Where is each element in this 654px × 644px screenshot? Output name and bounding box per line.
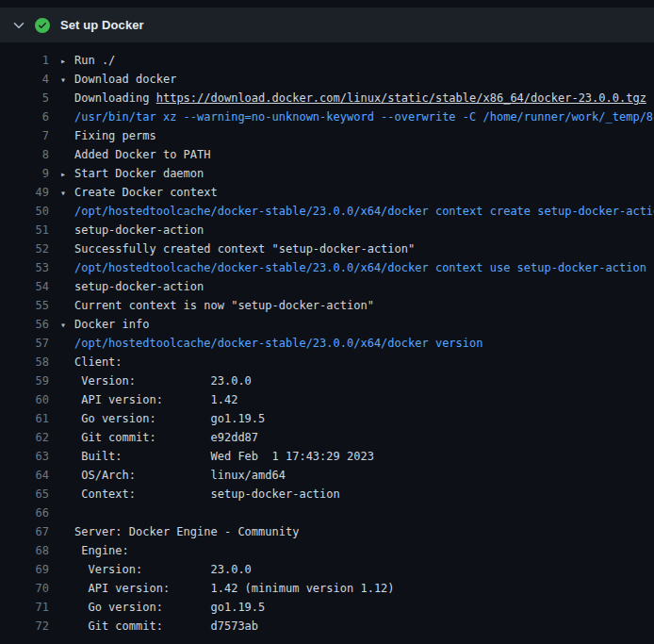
log-text: Create Docker context	[74, 186, 218, 199]
log-text: API version: 1.42 (minimum version 1.12)	[74, 582, 395, 595]
line-number[interactable]: 52	[0, 239, 49, 258]
arrow-spacer	[60, 354, 74, 372]
log-line: 65 Context: setup-docker-action	[0, 485, 654, 504]
line-content: setup-docker-action	[49, 221, 204, 239]
log-line[interactable]: 4▾Download docker	[0, 70, 654, 89]
log-line: 71 Go version: go1.19.5	[0, 598, 654, 617]
line-number[interactable]: 58	[0, 353, 49, 372]
line-content: ▸Start Docker daemon	[49, 164, 204, 183]
arrow-spacer	[60, 108, 74, 126]
arrow-spacer	[60, 467, 74, 485]
log-line: 58 Client:	[0, 353, 654, 372]
line-number[interactable]: 57	[0, 334, 49, 353]
chevron-down-icon[interactable]	[13, 20, 25, 31]
log-line[interactable]: 56▾Docker info	[0, 315, 654, 334]
log-line: 5 Downloading https://download.docker.co…	[0, 89, 654, 107]
log-text: Git commit: d7573ab	[74, 619, 258, 633]
log-text: Built: Wed Feb 1 17:43:29 2023	[74, 450, 374, 463]
log-line: 63 Built: Wed Feb 1 17:43:29 2023	[0, 447, 654, 466]
expand-arrow-icon[interactable]: ▸	[60, 52, 74, 70]
log-line[interactable]: 49▾Create Docker context	[0, 183, 654, 202]
line-content: Built: Wed Feb 1 17:43:29 2023	[49, 447, 374, 466]
log-text: Fixing perms	[74, 129, 156, 142]
log-line[interactable]: 9▸Start Docker daemon	[0, 164, 654, 183]
arrow-spacer	[60, 429, 74, 447]
log-text: OS/Arch: linux/amd64	[74, 469, 286, 482]
line-number[interactable]: 6	[0, 107, 49, 126]
line-number[interactable]: 68	[0, 541, 49, 560]
collapse-arrow-icon[interactable]: ▾	[60, 316, 74, 334]
line-content: OS/Arch: linux/amd64	[49, 466, 286, 485]
line-number[interactable]: 54	[0, 277, 49, 296]
line-content: ▸Run ./	[49, 51, 115, 70]
line-content: Successfully created context "setup-dock…	[49, 239, 415, 258]
line-content	[49, 504, 74, 522]
log-line: 57 /opt/hostedtoolcache/docker-stable/23…	[0, 334, 654, 353]
line-number[interactable]: 63	[0, 447, 49, 466]
log-line: 72 Git commit: d7573ab	[0, 617, 654, 636]
line-number[interactable]: 67	[0, 522, 49, 541]
line-number[interactable]: 72	[0, 617, 49, 636]
arrow-spacer	[60, 297, 74, 315]
log-text: Engine:	[74, 544, 129, 557]
log-line: 6 /usr/bin/tar xz --warning=no-unknown-k…	[0, 107, 654, 126]
line-number[interactable]: 5	[0, 89, 49, 107]
log-text: Start Docker daemon	[74, 167, 204, 180]
line-number[interactable]: 55	[0, 296, 49, 315]
log-line: 59 Version: 23.0.0	[0, 372, 654, 390]
log-viewer: 1▸Run ./4▾Download docker5 Downloading h…	[0, 42, 654, 636]
arrow-spacer	[60, 146, 74, 164]
log-line: 51 setup-docker-action	[0, 221, 654, 239]
line-number[interactable]: 69	[0, 560, 49, 579]
log-line: 60 API version: 1.42	[0, 390, 654, 409]
arrow-spacer	[60, 127, 74, 145]
log-text: Successfully created context "setup-dock…	[74, 242, 415, 256]
line-number[interactable]: 9	[0, 164, 49, 183]
arrow-spacer	[60, 618, 74, 636]
line-number[interactable]: 8	[0, 145, 49, 164]
log-link[interactable]: https://download.docker.com/linux/static…	[156, 91, 646, 105]
arrow-spacer	[60, 259, 74, 277]
collapse-arrow-icon[interactable]: ▾	[60, 71, 74, 89]
log-line: 66	[0, 504, 654, 522]
line-number[interactable]: 56	[0, 315, 49, 334]
line-number[interactable]: 53	[0, 258, 49, 277]
log-line[interactable]: 1▸Run ./	[0, 51, 654, 70]
line-content: setup-docker-action	[49, 277, 204, 296]
arrow-spacer	[60, 542, 74, 560]
line-number[interactable]: 1	[0, 51, 49, 70]
line-number[interactable]: 71	[0, 598, 49, 617]
line-number[interactable]: 60	[0, 390, 49, 409]
line-number[interactable]: 59	[0, 372, 49, 390]
line-content: Engine:	[49, 541, 129, 560]
line-number[interactable]: 50	[0, 202, 49, 221]
log-text: API version: 1.42	[74, 393, 237, 406]
line-number[interactable]: 7	[0, 126, 49, 145]
line-content: ▾Docker info	[49, 315, 149, 334]
log-line: 68 Engine:	[0, 541, 654, 560]
line-content: Go version: go1.19.5	[49, 409, 265, 428]
line-number[interactable]: 64	[0, 466, 49, 485]
log-line: 54 setup-docker-action	[0, 277, 654, 296]
log-line: 69 Version: 23.0.0	[0, 560, 654, 579]
log-line: 55 Current context is now "setup-docker-…	[0, 296, 654, 315]
line-number[interactable]: 61	[0, 409, 49, 428]
line-number[interactable]: 62	[0, 428, 49, 447]
arrow-spacer	[60, 391, 74, 409]
log-line: 61 Go version: go1.19.5	[0, 409, 654, 428]
line-number[interactable]: 49	[0, 183, 49, 202]
success-check-icon	[35, 18, 50, 33]
arrow-spacer	[60, 222, 74, 239]
line-number[interactable]: 4	[0, 70, 49, 89]
line-number[interactable]: 65	[0, 485, 49, 504]
expand-arrow-icon[interactable]: ▸	[60, 165, 74, 183]
step-header[interactable]: Set up Docker	[0, 8, 654, 42]
line-number[interactable]: 70	[0, 579, 49, 598]
log-text: Server: Docker Engine - Community	[74, 525, 299, 538]
log-text: setup-docker-action	[74, 280, 204, 293]
log-text: Run ./	[74, 54, 115, 67]
collapse-arrow-icon[interactable]: ▾	[60, 184, 74, 202]
arrow-spacer	[60, 523, 74, 541]
line-number[interactable]: 51	[0, 221, 49, 239]
line-number[interactable]: 66	[0, 504, 49, 522]
